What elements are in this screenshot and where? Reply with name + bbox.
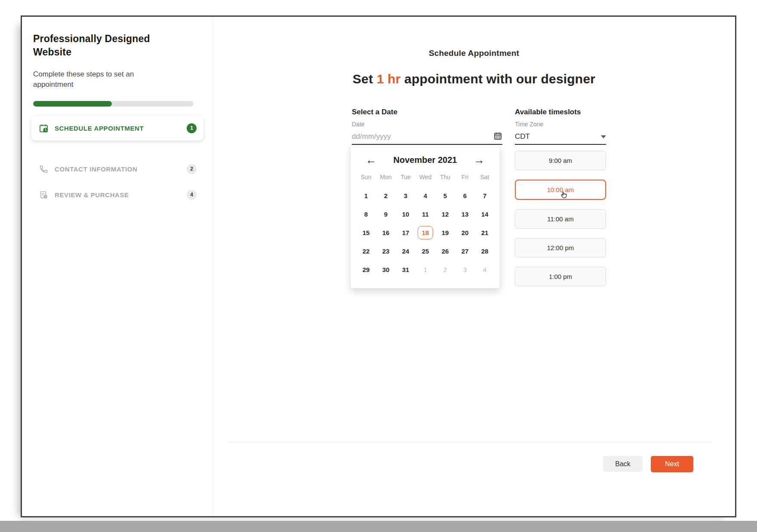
back-button[interactable]: Back [603,456,643,472]
page-title: Schedule Appointment [213,49,735,58]
step-badge: 1 [187,123,197,133]
date-field-label: Date [352,121,365,128]
timeslot-button[interactable]: 11:00 am [515,209,606,229]
timeslot-list: 9:00 am 10:00 am 11:00 am 12:00 pm 1:00 … [515,151,606,286]
calendar-day[interactable]: 15 [358,226,374,239]
calendar-day-next-month: 2 [437,263,453,276]
calendar-day[interactable]: 29 [358,263,374,276]
calendar-day[interactable]: 16 [378,226,394,239]
calendar-day[interactable]: 11 [418,208,433,221]
calendar-day[interactable]: 23 [378,245,394,258]
weekday-label: Fri [462,174,468,180]
step-label: SCHEDULE APPOINTMENT [55,125,144,132]
timeslots-section: Available timeslots Time Zone CDT 9:00 a… [515,108,606,116]
calendar-panel: ← November 2021 → Sun Mon Tue Wed Thu Fr… [351,145,500,288]
calendar-day[interactable]: 26 [437,245,453,258]
step-badge: 4 [187,190,197,200]
calendar-day-next-month: 4 [477,263,492,276]
timeslot-button[interactable]: 12:00 pm [515,238,606,257]
calendar-day[interactable]: 20 [457,226,473,239]
calendar-grid: 1 2 3 4 5 6 7 8 9 10 11 12 13 14 15 16 1… [356,187,495,279]
calendar-day[interactable]: 8 [358,208,374,221]
sidebar-step-review-purchase[interactable]: REVIEW & PURCHASE 4 [31,186,203,203]
calendar-day[interactable]: 25 [418,245,433,258]
progress-bar-fill [33,101,112,107]
chevron-down-icon [601,135,606,138]
sidebar-step-schedule-appointment[interactable]: SCHEDULE APPOINTMENT 1 [31,116,203,141]
progress-bar [33,101,194,107]
phone-icon [38,164,49,174]
calendar-day[interactable]: 10 [398,208,413,221]
calendar-day[interactable]: 31 [398,263,413,276]
timeslots-heading: Available timeslots [515,108,606,116]
step-label: CONTACT INFORMATION [55,165,137,173]
timeslot-button[interactable]: 1:00 pm [515,267,606,286]
cursor-pointer-icon [559,190,569,202]
weekday-label: Thu [440,174,450,180]
date-section: Select a Date Date [352,108,502,116]
step-badge: 2 [187,164,197,174]
calendar-day[interactable]: 30 [378,263,394,276]
next-button[interactable]: Next [651,456,693,472]
calendar-weekday-row: Sun Mon Tue Wed Thu Fri Sat [356,174,495,180]
calendar-day[interactable]: 17 [398,226,413,239]
timeslot-button[interactable]: 9:00 am [515,151,606,170]
calendar-day[interactable]: 6 [457,189,473,202]
calendar-day[interactable]: 5 [437,189,453,202]
calendar-day[interactable]: 12 [437,208,453,221]
step-label: REVIEW & PURCHASE [55,191,129,199]
calendar-day[interactable]: 24 [398,245,413,258]
weekday-label: Wed [419,174,432,180]
timezone-value: CDT [515,132,530,141]
title-prefix: Set [353,72,377,86]
calendar-day[interactable]: 27 [457,245,473,258]
calendar-header: ← November 2021 → [351,153,499,167]
calendar-day[interactable]: 4 [418,189,433,202]
title-suffix: appointment with our designer [400,72,595,86]
footer-divider [229,442,712,443]
weekday-label: Tue [400,174,411,180]
calendar-month-label: November 2021 [394,155,457,165]
calendar-day[interactable]: 9 [378,208,394,221]
calendar-day[interactable]: 1 [358,189,374,202]
title-duration: 1 hr [377,72,401,86]
date-input-row [352,129,502,145]
sidebar-divider [213,17,213,516]
calendar-day-next-month: 3 [457,263,473,276]
weekday-label: Sat [480,174,489,180]
appointment-title: Set 1 hr appointment with our designer [213,72,735,86]
date-input[interactable] [352,132,493,141]
calendar-picker-icon[interactable] [493,131,502,142]
calendar-day[interactable]: 19 [437,226,453,239]
calendar-day[interactable]: 7 [477,189,492,202]
window-bottom-shadow [0,521,757,532]
app-window: Professionally Designed Website Complete… [21,15,736,517]
document-check-icon [38,190,49,200]
calendar-check-icon [38,123,49,133]
sidebar-step-contact-information[interactable]: CONTACT INFORMATION 2 [31,160,203,177]
weekday-label: Mon [380,174,391,180]
timezone-label: Time Zone [515,121,543,128]
calendar-day-selected[interactable]: 18 [418,226,433,239]
calendar-day[interactable]: 3 [398,189,413,202]
sidebar-subtitle: Complete these steps to set an appointme… [33,69,158,90]
calendar-day[interactable]: 21 [477,226,492,239]
select-date-heading: Select a Date [352,108,502,116]
calendar-day[interactable]: 13 [457,208,473,221]
weekday-label: Sun [361,174,372,180]
sidebar-title: Professionally Designed Website [33,32,171,59]
calendar-day[interactable]: 22 [358,245,374,258]
calendar-day[interactable]: 14 [477,208,492,221]
calendar-day[interactable]: 28 [477,245,492,258]
calendar-day-next-month: 1 [418,263,433,276]
timezone-select[interactable]: CDT [515,129,606,145]
next-month-arrow-icon[interactable]: → [474,153,485,166]
prev-month-arrow-icon[interactable]: ← [366,153,377,166]
calendar-day[interactable]: 2 [378,189,394,202]
